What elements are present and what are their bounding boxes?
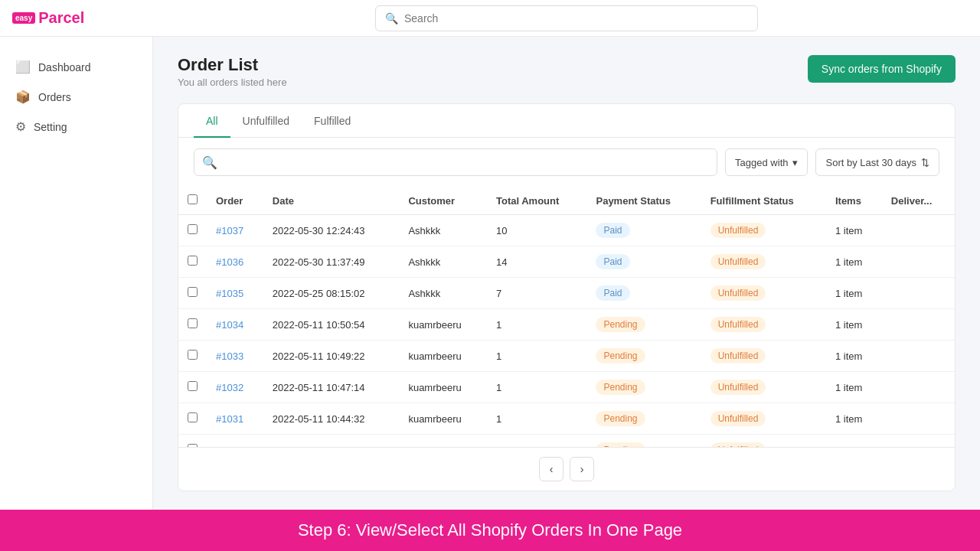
- row-amount: 10: [487, 215, 586, 246]
- row-date: 2022-05-11 10:47:14: [263, 372, 400, 403]
- row-amount: 1: [487, 403, 586, 435]
- select-all-checkbox[interactable]: [188, 194, 198, 204]
- row-checkbox[interactable]: [188, 412, 198, 422]
- row-items: 1 item: [826, 341, 882, 372]
- row-customer: kuamrbeeru: [399, 309, 487, 341]
- row-amount: 14: [487, 246, 586, 278]
- order-link[interactable]: #1033: [216, 350, 243, 362]
- order-link[interactable]: #1036: [216, 256, 243, 268]
- row-payment-status: Pending: [586, 341, 701, 372]
- row-checkbox[interactable]: [188, 224, 198, 234]
- orders-table: Order Date Customer Total Amount Payment…: [178, 187, 955, 447]
- main-content: Order List You all orders listed here Sy…: [153, 37, 980, 510]
- sidebar-item-label: Setting: [34, 121, 67, 133]
- order-link[interactable]: #1034: [216, 319, 243, 331]
- col-payment-status: Payment Status: [586, 187, 701, 215]
- row-checkbox-cell[interactable]: [178, 278, 207, 309]
- order-tabs: All Unfulfilled Fulfilled: [178, 104, 955, 138]
- col-customer: Customer: [399, 187, 487, 215]
- row-delivery: [882, 278, 955, 309]
- page-subtitle: You all orders listed here: [178, 77, 287, 88]
- row-checkbox-cell[interactable]: [178, 215, 207, 246]
- row-payment-status: Pending: [586, 372, 701, 403]
- prev-page-button[interactable]: ‹: [539, 457, 564, 481]
- orders-table-wrap: Order Date Customer Total Amount Payment…: [178, 187, 955, 447]
- row-checkbox[interactable]: [188, 318, 198, 328]
- row-checkbox-cell[interactable]: [178, 372, 207, 403]
- global-search-bar[interactable]: 🔍: [375, 5, 758, 31]
- order-search-input[interactable]: [222, 156, 709, 168]
- payment-status-badge: Paid: [596, 223, 629, 238]
- order-link[interactable]: #1032: [216, 382, 243, 393]
- payment-status-badge: Pending: [596, 348, 645, 364]
- row-date: 2022-05-25 08:15:02: [263, 278, 400, 309]
- table-row: #1037 2022-05-30 12:24:43 Ashkkk 10 Paid…: [178, 215, 955, 246]
- header-checkbox-cell: [178, 187, 207, 215]
- orders-card: All Unfulfilled Fulfilled 🔍 Tagged with …: [178, 103, 956, 491]
- row-payment-status: Pending: [586, 309, 701, 341]
- sidebar-item-dashboard[interactable]: ⬜ Dashboard: [0, 52, 152, 82]
- tab-fulfilled[interactable]: Fulfilled: [302, 104, 363, 138]
- table-header-row: Order Date Customer Total Amount Payment…: [178, 187, 955, 215]
- payment-status-badge: Paid: [596, 254, 629, 269]
- row-order: #1033: [207, 341, 263, 372]
- row-amount: 1: [487, 341, 586, 372]
- sidebar-item-setting[interactable]: ⚙ Setting: [0, 112, 152, 142]
- row-checkbox[interactable]: [188, 256, 198, 266]
- table-row: #1036 2022-05-30 11:37:49 Ashkkk 14 Paid…: [178, 246, 955, 278]
- sidebar-item-orders[interactable]: 📦 Orders: [0, 82, 152, 112]
- sidebar-item-label: Dashboard: [38, 61, 91, 73]
- tagged-with-button[interactable]: Tagged with ▾: [725, 148, 808, 176]
- table-row: #1032 2022-05-11 10:47:14 kuamrbeeru 1 P…: [178, 372, 955, 403]
- table-row: #1034 2022-05-11 10:50:54 kuamrbeeru 1 P…: [178, 309, 955, 341]
- order-search-wrap[interactable]: 🔍: [194, 148, 717, 176]
- row-customer: Ashkkk: [399, 278, 487, 309]
- tagged-label: Tagged with: [735, 157, 788, 168]
- row-customer: Ashkkk: [399, 215, 487, 246]
- tab-all[interactable]: All: [194, 104, 230, 138]
- row-checkbox-cell[interactable]: [178, 309, 207, 341]
- page-title-area: Order List You all orders listed here: [178, 55, 287, 88]
- topbar: easy Parcel 🔍: [0, 0, 980, 37]
- row-checkbox[interactable]: [188, 381, 198, 391]
- row-checkbox[interactable]: [188, 350, 198, 360]
- sort-label: Sort by Last 30 days: [825, 157, 916, 168]
- order-link[interactable]: #1035: [216, 288, 243, 299]
- row-amount: 7: [487, 278, 586, 309]
- fulfillment-status-badge: Unfulfilled: [710, 254, 766, 269]
- next-page-button[interactable]: ›: [570, 457, 594, 481]
- row-fulfillment-status: Unfulfilled: [701, 246, 826, 278]
- fulfillment-status-badge: Unfulfilled: [710, 285, 766, 301]
- row-checkbox-cell[interactable]: [178, 246, 207, 278]
- row-checkbox-cell[interactable]: [178, 403, 207, 435]
- row-items: 1 item: [826, 372, 882, 403]
- sidebar: ⬜ Dashboard 📦 Orders ⚙ Setting: [0, 37, 153, 510]
- sync-orders-button[interactable]: Sync orders from Shopify: [808, 55, 956, 83]
- global-search-input[interactable]: [404, 12, 748, 24]
- order-link[interactable]: #1037: [216, 225, 243, 236]
- sort-button[interactable]: Sort by Last 30 days ⇅: [815, 148, 939, 176]
- row-fulfillment-status: Unfulfilled: [701, 215, 826, 246]
- row-checkbox[interactable]: [188, 287, 198, 297]
- row-customer: kuamrbeeru: [399, 435, 487, 448]
- tab-unfulfilled[interactable]: Unfulfilled: [230, 104, 302, 138]
- dashboard-icon: ⬜: [15, 60, 31, 74]
- row-amount: 1: [487, 372, 586, 403]
- table-row: #1033 2022-05-11 10:49:22 kuamrbeeru 1 P…: [178, 341, 955, 372]
- row-delivery: [882, 246, 955, 278]
- row-fulfillment-status: Unfulfilled: [701, 435, 826, 448]
- row-delivery: [882, 215, 955, 246]
- order-link[interactable]: #1031: [216, 413, 243, 425]
- row-checkbox-cell[interactable]: [178, 341, 207, 372]
- row-delivery: [882, 372, 955, 403]
- row-payment-status: Pending: [586, 403, 701, 435]
- row-order: #1034: [207, 309, 263, 341]
- row-items: 1 item: [826, 435, 882, 448]
- row-items: 1 item: [826, 246, 882, 278]
- tagged-dropdown-icon: ▾: [792, 157, 798, 168]
- row-checkbox-cell[interactable]: [178, 435, 207, 448]
- col-items: Items: [826, 187, 882, 215]
- row-order: #1031: [207, 403, 263, 435]
- row-order: #1036: [207, 246, 263, 278]
- row-amount: 1: [487, 435, 586, 448]
